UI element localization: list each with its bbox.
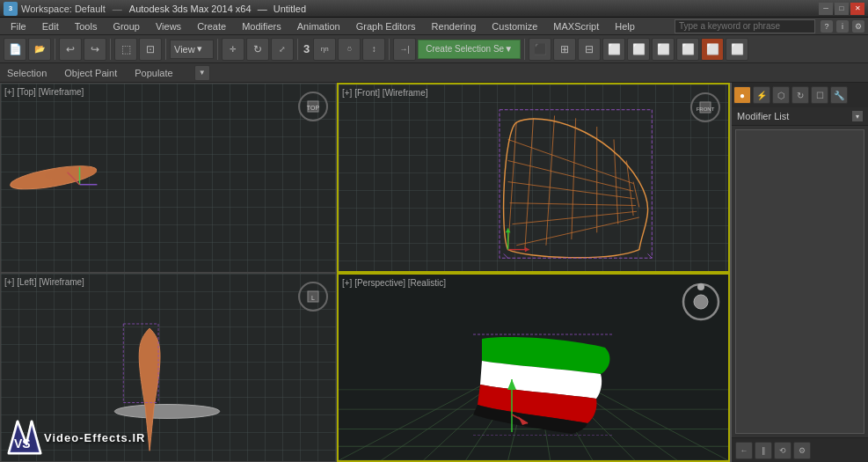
toolbar1: 📄 📂 ↩ ↪ ⬚ ⊡ View ▾ ✛ ↻ ⤢ 3 ηn ⍥ ↕ →| Cre…	[0, 35, 868, 63]
workspace-label: Workspace: Default	[21, 4, 106, 14]
app-logo: 3	[4, 2, 18, 16]
create-selection-button[interactable]: Create Selection Se▼	[418, 40, 521, 59]
svg-point-56	[694, 295, 708, 309]
flag-object	[456, 330, 631, 436]
right-panel-tabs: ● ⚡ ⬡ ↻ ☐ 🔧	[732, 83, 868, 107]
tb-select[interactable]: ⬚	[114, 38, 137, 61]
tb-align[interactable]: ⊞	[553, 38, 576, 61]
menu-help[interactable]: Help	[608, 19, 642, 33]
vp-bottomleft-label: [+] [Left] [Wireframe]	[4, 277, 84, 287]
help-icons: ? i ⚙	[821, 20, 864, 33]
help-icon-1[interactable]: ?	[821, 20, 833, 33]
panel-btn-pause[interactable]: ‖	[755, 442, 772, 459]
menu-bar: File Edit Tools Group Views Create Modif…	[0, 18, 868, 35]
svg-line-31	[648, 253, 653, 258]
close-button[interactable]: ✕	[850, 3, 864, 15]
menu-file[interactable]: File	[4, 19, 33, 33]
panel-tab-utilities[interactable]: 🔧	[830, 86, 848, 104]
toolbar-sep-1	[55, 39, 55, 60]
toolbar-sep-5	[297, 39, 298, 60]
tb-snap-settings[interactable]: ⍥	[338, 38, 361, 61]
help-icon-2[interactable]: i	[836, 20, 849, 33]
svg-line-19	[508, 139, 634, 183]
menu-animation[interactable]: Animation	[290, 19, 347, 33]
tb-render-frame[interactable]: ⬜	[726, 38, 748, 61]
tb-named-selection[interactable]: →|	[393, 38, 416, 61]
tb-scale[interactable]: ⤢	[271, 38, 294, 61]
nav-cube-topleft[interactable]: TOP	[297, 91, 329, 122]
tb-render[interactable]: ⬜	[701, 38, 724, 61]
maximize-button[interactable]: □	[835, 3, 849, 15]
minimize-button[interactable]: ─	[819, 3, 833, 15]
viewport-top-left[interactable]: [+] [Top] [Wireframe] TOP	[0, 83, 337, 273]
svg-line-18	[633, 182, 639, 208]
toolbar-sep-6	[389, 39, 390, 60]
vp-topright-objects	[339, 84, 728, 271]
toolbar-sep-7	[524, 39, 525, 60]
tb2-btn[interactable]: ▼	[194, 65, 210, 81]
tb-new[interactable]: 📄	[4, 38, 26, 61]
svg-marker-63	[518, 416, 528, 425]
nav-cube-bottomleft[interactable]: L	[297, 281, 329, 312]
svg-text:FRONT: FRONT	[697, 106, 715, 112]
panel-tab-hierarchy[interactable]: ⬡	[772, 86, 790, 104]
menu-tools[interactable]: Tools	[68, 19, 105, 33]
svg-line-30	[504, 253, 508, 258]
panel-tab-modify[interactable]: ⚡	[753, 86, 770, 104]
tb-open[interactable]: 📂	[28, 38, 51, 61]
tb-move[interactable]: ✛	[222, 38, 244, 61]
tb-schematic[interactable]: ⬜	[627, 38, 650, 61]
tb-curve-editor[interactable]: ⬜	[602, 38, 625, 61]
transform-gizmo-perspective	[494, 379, 529, 432]
window-controls: ─ □ ✕	[819, 3, 864, 15]
modifier-dropdown-button[interactable]: ▾	[852, 111, 863, 121]
tb-snap[interactable]: ↕	[362, 38, 385, 61]
undo-steps: 3	[302, 42, 311, 55]
toolbar-sep-2	[110, 39, 111, 60]
menu-group[interactable]: Group	[106, 19, 147, 33]
search-input[interactable]	[675, 19, 815, 33]
panel-tab-motion[interactable]: ↻	[791, 86, 809, 104]
toolbar2-selection[interactable]: Selection	[4, 66, 50, 80]
viewport-bottom-left[interactable]: [+] [Left] [Wireframe] L	[0, 273, 337, 463]
tb-undo[interactable]: ↩	[59, 38, 82, 61]
viewport-bottom-right[interactable]: [+] [Perspective] [Realistic]	[337, 273, 730, 463]
panel-tab-create[interactable]: ●	[733, 86, 751, 104]
panel-tab-display[interactable]: ☐	[811, 86, 828, 104]
tb-redo[interactable]: ↪	[84, 38, 106, 61]
menu-customize[interactable]: Customize	[485, 19, 544, 33]
svg-point-57	[697, 283, 704, 290]
vp-topright-label: [+] [Front] [Wireframe]	[342, 88, 428, 98]
help-icon-3[interactable]: ⚙	[852, 20, 864, 33]
nav-cube-bottomright[interactable]	[681, 282, 721, 322]
tb-mirror[interactable]: ⬛	[529, 38, 551, 61]
panel-btn-settings[interactable]: ⚙	[793, 442, 811, 459]
right-panel-bottom: ← ‖ ⟲ ⚙	[732, 437, 868, 462]
tb-render-setup[interactable]: ⬜	[676, 38, 699, 61]
menu-create[interactable]: Create	[190, 19, 233, 33]
panel-btn-undo2[interactable]: ⟲	[774, 442, 791, 459]
svg-text:TOP: TOP	[307, 105, 320, 111]
menu-views[interactable]: Views	[149, 19, 188, 33]
toolbar-sep-3	[165, 39, 166, 60]
viewport-top-right[interactable]: [+] [Front] [Wireframe] FRONT	[337, 83, 730, 273]
tb-rotate[interactable]: ↻	[246, 38, 269, 61]
svg-marker-61	[507, 379, 516, 390]
tb-select-region[interactable]: ⊡	[139, 38, 162, 61]
view-dropdown[interactable]: View ▾	[170, 40, 214, 59]
tb-layer-mgr[interactable]: ⊟	[578, 38, 601, 61]
tb-material-editor[interactable]: ⬜	[652, 38, 675, 61]
toolbar2-object-paint[interactable]: Object Paint	[61, 66, 120, 80]
toolbar2-populate[interactable]: Populate	[131, 66, 176, 80]
nav-cube-topright[interactable]: FRONT	[689, 92, 721, 123]
tb-ref-coord[interactable]: ηn	[313, 38, 336, 61]
menu-edit[interactable]: Edit	[35, 19, 66, 33]
panel-btn-back[interactable]: ←	[735, 442, 753, 459]
menu-modifiers[interactable]: Modifiers	[235, 19, 288, 33]
modifier-list-header: Modifier List ▾	[732, 107, 868, 126]
toolbar-sep-4	[217, 39, 218, 60]
menu-maxscript[interactable]: MAXScript	[546, 19, 606, 33]
menu-graph-editors[interactable]: Graph Editors	[349, 19, 423, 33]
svg-text:L: L	[311, 295, 315, 301]
menu-rendering[interactable]: Rendering	[425, 19, 484, 33]
